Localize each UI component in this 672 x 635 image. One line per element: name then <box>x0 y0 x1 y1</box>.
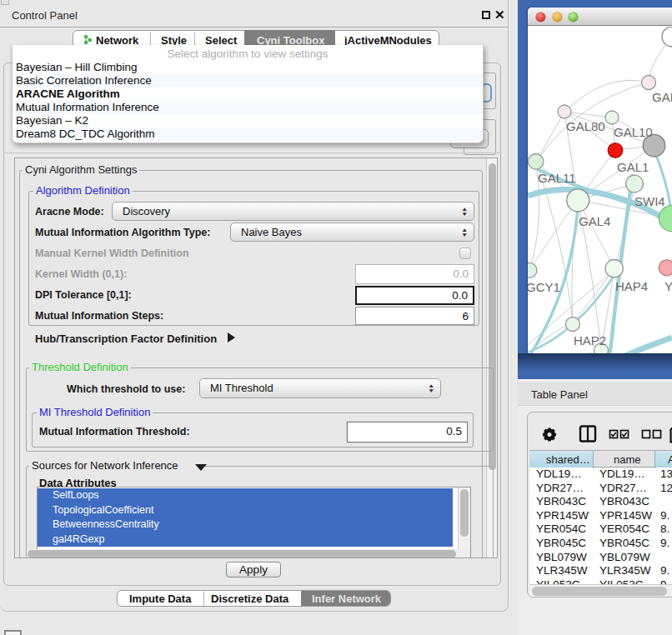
svg-text:GAL11: GAL11 <box>538 171 576 185</box>
svg-text:SWI4: SWI4 <box>634 194 665 208</box>
svg-text:GCY1: GCY1 <box>528 280 560 294</box>
svg-text:HAP2: HAP2 <box>574 333 606 348</box>
svg-text:GAL10: GAL10 <box>614 125 653 139</box>
svg-text:GAL80: GAL80 <box>566 119 605 133</box>
svg-text:HAP4: HAP4 <box>615 279 648 293</box>
svg-text:GAL: GAL <box>652 90 672 104</box>
svg-text:GAL1: GAL1 <box>617 160 649 174</box>
svg-text:GAL4: GAL4 <box>579 214 610 228</box>
svg-text:Y: Y <box>664 279 672 293</box>
